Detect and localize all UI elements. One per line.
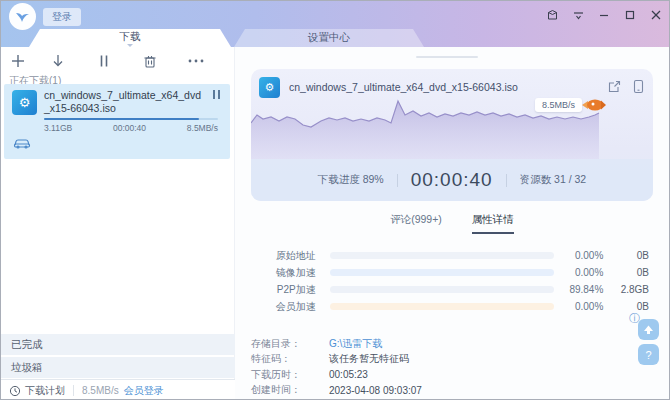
sidebar-item-trash[interactable]: 垃圾箱	[1, 357, 235, 378]
delete-task-button[interactable]	[127, 54, 173, 68]
download-task-item[interactable]: ⚙ cn_windows_7_ultimate_x64_dvd_x15-6604…	[4, 84, 230, 159]
bird-logo-icon	[14, 8, 31, 25]
detail-row-created: 创建时间： 2023-04-08 09:03:07	[251, 383, 653, 399]
accel-row-origin: 原始地址 0.00% 0B	[251, 247, 649, 264]
task-size: 3.11GB	[44, 123, 72, 133]
elapsed-time: 00:00:40	[411, 169, 493, 191]
tab-download-label: 下载	[120, 30, 141, 44]
accel-row-p2p: P2P加速 89.84% 2.8GB	[251, 281, 649, 298]
download-plan-button[interactable]: 下载计划	[25, 384, 65, 398]
accel-bar	[330, 303, 555, 310]
task-detail-card: ⚙ cn_windows_7_ultimate_x64_dvd_x15-6604…	[251, 69, 653, 201]
app-window: 登录 下载	[0, 0, 670, 400]
rocket-icon	[581, 97, 607, 115]
resources-stat: 资源数 31 / 32	[520, 173, 587, 187]
dropdown-menu-icon[interactable]	[569, 6, 587, 24]
speed-trial-car-icon[interactable]	[13, 137, 31, 151]
global-speed-text: 8.5MB/s	[82, 385, 119, 396]
sidebar: 正在下载(1) ⚙ cn_windows_7_ultimate_x64_dvd_…	[1, 47, 235, 400]
accel-bar	[330, 252, 555, 259]
maximize-button[interactable]	[621, 6, 639, 24]
tab-comments[interactable]: 评论(999+)	[390, 213, 442, 234]
skin-icon[interactable]	[543, 6, 561, 24]
tab-download[interactable]: 下载	[29, 29, 231, 47]
pause-task-button[interactable]	[213, 90, 220, 99]
accel-row-member: 会员加速 0.00% 0B	[251, 298, 649, 315]
member-login-link[interactable]: 会员登录	[124, 384, 164, 398]
send-to-phone-icon[interactable]	[632, 79, 645, 96]
collapse-handle[interactable]	[416, 56, 478, 58]
detail-file-name: cn_windows_7_ultimate_x64_dvd_x15-66043.…	[289, 81, 597, 93]
footer-divider	[73, 385, 74, 396]
minimize-button[interactable]	[595, 6, 613, 24]
accel-bar	[330, 269, 555, 276]
pause-all-button[interactable]	[81, 54, 127, 68]
more-actions-button[interactable]	[173, 59, 219, 63]
completed-label: 已完成	[11, 338, 43, 352]
help-button[interactable]: ?	[638, 344, 659, 365]
tab-settings-center[interactable]: 设置中心	[234, 29, 424, 47]
progress-stat: 下载进度 89%	[318, 173, 384, 187]
titlebar: 登录 下载	[1, 1, 670, 47]
iso-file-icon: ⚙	[12, 90, 37, 115]
task-file-name: cn_windows_7_ultimate_x64_dvd_x15-66043.…	[44, 89, 202, 115]
task-progress-fill	[44, 118, 199, 120]
detail-tabs: 评论(999+) 属性详情	[251, 213, 653, 234]
scroll-top-button[interactable]	[638, 319, 659, 340]
sidebar-item-completed[interactable]: 已完成	[1, 334, 235, 355]
app-logo[interactable]	[9, 3, 36, 30]
accel-row-mirror: 镜像加速 0.00% 0B	[251, 264, 649, 281]
clock-icon	[9, 385, 21, 397]
task-speed: 8.5MB/s	[187, 123, 218, 133]
speed-tooltip: 8.5MB/s	[535, 98, 582, 112]
storage-directory-link[interactable]: G:\迅雷下载	[329, 337, 382, 351]
detail-row-signature: 特征码： 该任务暂无特征码	[251, 352, 653, 368]
add-task-button[interactable]	[1, 54, 35, 68]
close-button[interactable]	[647, 6, 665, 24]
main-panel: ⚙ cn_windows_7_ultimate_x64_dvd_x15-6604…	[235, 47, 670, 400]
login-button[interactable]: 登录	[43, 8, 81, 26]
start-all-button[interactable]	[35, 54, 81, 68]
tab-settings-label: 设置中心	[308, 31, 350, 45]
task-stats-bar: 下载进度 89% 00:00:40 资源数 31 / 32	[251, 159, 653, 201]
accel-bar	[330, 286, 555, 293]
detail-row-directory: 存储目录： G:\迅雷下载	[251, 336, 653, 352]
open-folder-icon[interactable]	[607, 79, 622, 96]
task-elapsed: 00:00:40	[113, 123, 146, 133]
sidebar-footer: 下载计划 8.5MB/s 会员登录	[1, 379, 235, 400]
tab-property-details[interactable]: 属性详情	[472, 213, 514, 234]
task-toolbar	[1, 49, 235, 73]
trash-label: 垃圾箱	[11, 361, 43, 375]
property-detail-list: 存储目录： G:\迅雷下载 特征码： 该任务暂无特征码 下载历时： 00:05:…	[251, 336, 653, 398]
task-stats: 3.11GB 00:00:40 8.5MB/s	[44, 123, 218, 133]
acceleration-list: 原始地址 0.00% 0B 镜像加速 0.00% 0B P2P加速 89.84%…	[251, 247, 649, 315]
iso-file-icon: ⚙	[259, 77, 280, 98]
detail-row-duration: 下载历时： 00:05:23	[251, 367, 653, 383]
task-progress-bar	[44, 118, 218, 120]
